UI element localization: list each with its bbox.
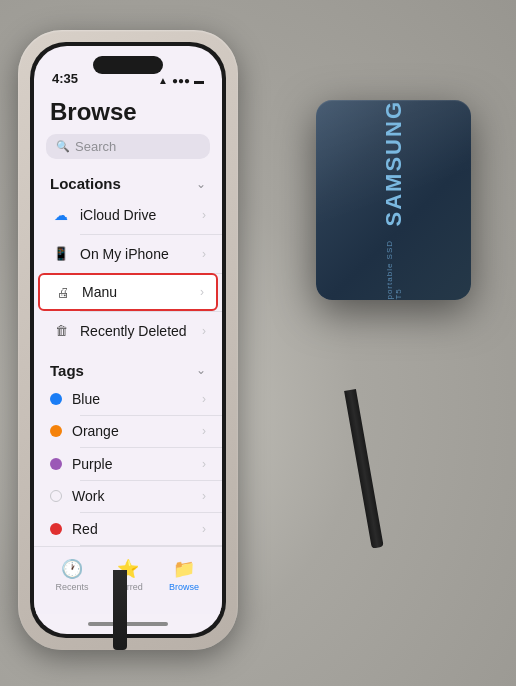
ssd-body: SAMSUNG portable SSD T5	[316, 100, 471, 300]
recents-icon: 🕐	[61, 558, 83, 580]
iphone-screen: 4:35 ▲ ●●● ▬ Browse 🔍	[34, 46, 222, 634]
blue-chevron-icon: ›	[202, 392, 206, 406]
home-indicator	[34, 614, 222, 634]
manu-chevron-icon: ›	[200, 285, 204, 299]
deleted-chevron-icon: ›	[202, 324, 206, 338]
status-icons: ▲ ●●● ▬	[158, 75, 204, 86]
tab-starred[interactable]: ⭐ Starred	[100, 558, 156, 592]
locations-section-header[interactable]: Locations ⌄	[34, 169, 222, 196]
ssd-cable	[344, 389, 384, 549]
manu-drive-icon: 🖨	[52, 281, 74, 303]
tags-chevron-icon: ⌄	[196, 363, 206, 377]
list-item-purple[interactable]: Purple ›	[34, 448, 222, 480]
work-chevron-icon: ›	[202, 489, 206, 503]
tab-bar: 🕐 Recents ⭐ Starred 📁 Browse	[34, 546, 222, 614]
samsung-ssd: SAMSUNG portable SSD T5	[316, 100, 476, 310]
manu-label: Manu	[82, 284, 200, 300]
tab-browse[interactable]: 📁 Browse	[156, 558, 212, 592]
orange-dot	[50, 425, 62, 437]
iphone-chevron-icon: ›	[202, 247, 206, 261]
orange-label: Orange	[72, 423, 202, 439]
blue-dot	[50, 393, 62, 405]
list-item-manu[interactable]: 🖨 Manu ›	[38, 273, 218, 311]
list-item-icloud[interactable]: ☁ iCloud Drive ›	[34, 196, 222, 234]
status-time: 4:35	[52, 71, 78, 86]
red-dot	[50, 523, 62, 535]
list-item-iphone[interactable]: 📱 On My iPhone ›	[34, 235, 222, 273]
list-item-work[interactable]: Work ›	[34, 480, 222, 512]
recents-label: Recents	[55, 582, 88, 592]
usb-cable	[113, 570, 127, 650]
trash-icon: 🗑	[50, 320, 72, 342]
iphone: 4:35 ▲ ●●● ▬ Browse 🔍	[18, 30, 238, 650]
work-dot	[50, 490, 62, 502]
icloud-label: iCloud Drive	[80, 207, 202, 223]
iphone-drive-icon: 📱	[50, 243, 72, 265]
home-bar	[88, 622, 168, 626]
iphone-body: 4:35 ▲ ●●● ▬ Browse 🔍	[30, 42, 226, 638]
orange-chevron-icon: ›	[202, 424, 206, 438]
tags-title: Tags	[50, 362, 84, 379]
red-chevron-icon: ›	[202, 522, 206, 536]
battery-icon: ▬	[194, 75, 204, 86]
search-input[interactable]: Search	[75, 139, 116, 154]
samsung-model-text: portable SSD T5	[385, 234, 403, 300]
purple-label: Purple	[72, 456, 202, 472]
purple-dot	[50, 458, 62, 470]
browse-icon: 📁	[173, 558, 195, 580]
iphone-case: 4:35 ▲ ●●● ▬ Browse 🔍	[18, 30, 238, 650]
list-item-deleted[interactable]: 🗑 Recently Deleted ›	[34, 312, 222, 350]
red-label: Red	[72, 521, 202, 537]
locations-chevron-icon: ⌄	[196, 177, 206, 191]
signal-icon: ●●●	[172, 75, 190, 86]
wifi-icon: ▲	[158, 75, 168, 86]
search-bar[interactable]: 🔍 Search	[46, 134, 210, 159]
list-item-red[interactable]: Red ›	[34, 513, 222, 545]
list-item-orange[interactable]: Orange ›	[34, 415, 222, 447]
iphone-label: On My iPhone	[80, 246, 202, 262]
browse-label: Browse	[169, 582, 199, 592]
icloud-chevron-icon: ›	[202, 208, 206, 222]
tags-section-header[interactable]: Tags ⌄	[34, 356, 222, 383]
deleted-label: Recently Deleted	[80, 323, 202, 339]
blue-label: Blue	[72, 391, 202, 407]
browse-title: Browse	[34, 90, 222, 134]
screen-content: Browse 🔍 Search Locations ⌄	[34, 90, 222, 546]
locations-title: Locations	[50, 175, 121, 192]
tab-recents[interactable]: 🕐 Recents	[44, 558, 100, 592]
dynamic-island	[93, 56, 163, 74]
list-item-blue[interactable]: Blue ›	[34, 383, 222, 415]
search-icon: 🔍	[56, 140, 70, 153]
icloud-icon: ☁	[50, 204, 72, 226]
list-item-important[interactable]: Important ›	[34, 545, 222, 546]
work-label: Work	[72, 488, 202, 504]
samsung-brand-text: SAMSUNG	[381, 100, 407, 226]
scene: 4:35 ▲ ●●● ▬ Browse 🔍	[0, 0, 516, 686]
purple-chevron-icon: ›	[202, 457, 206, 471]
